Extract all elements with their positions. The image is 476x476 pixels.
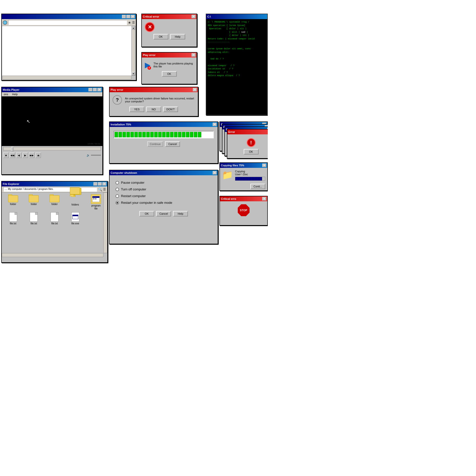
radio-safemode[interactable]	[116, 201, 119, 205]
player-seekbar[interactable]	[3, 147, 101, 150]
explorer-path[interactable]: .... My computer / documents / program f…	[3, 187, 97, 192]
explorer-item-file-1[interactable]: file.txt	[4, 212, 23, 225]
explorer-item-folders[interactable]: folders	[66, 194, 85, 210]
terminal-line-11: eiusmod tempor / ?	[208, 64, 266, 68]
player-play-button[interactable]: ▶	[23, 152, 28, 158]
critical-error-icon-row: ✕	[145, 22, 194, 32]
terminal-line-9: adipiscing elit:	[208, 51, 266, 54]
player-menu-help[interactable]: Help	[12, 93, 18, 96]
player-next-button[interactable]: ▶▶	[29, 152, 34, 158]
play-error-2-yes-button[interactable]: YES	[129, 107, 144, 112]
installation-continue-button[interactable]: Continue	[147, 141, 163, 147]
media-player-close-button[interactable]: ✕	[97, 88, 101, 91]
media-player-title: Media Player	[3, 88, 19, 91]
critical-error-close-button[interactable]: ✕	[192, 15, 196, 18]
copy-continue-button[interactable]: Conti...	[250, 184, 265, 189]
player-eject-button[interactable]: ⏏	[35, 152, 41, 158]
menu-icon[interactable]: ☰	[132, 21, 135, 24]
browser-close-button[interactable]: ✕	[131, 15, 135, 18]
explorer-item-file-2[interactable]: file.txt	[25, 212, 43, 225]
copying-close-button[interactable]: ✕	[262, 164, 266, 167]
browser-scrollbar-horizontal[interactable]	[2, 76, 131, 80]
explorer-item-folder-1[interactable]: folder	[4, 194, 23, 210]
explorer-item-exe[interactable]: file.exe	[66, 212, 85, 225]
shutdown-cancel-button[interactable]: Cancel	[156, 211, 171, 216]
shutdown-label-safemode: Restart your computer in safe mode	[121, 201, 172, 205]
copy-seg-2	[238, 177, 241, 180]
file-explorer-maximize-button[interactable]: □	[98, 182, 102, 186]
exe-label: file.exe	[71, 222, 79, 225]
player-stop-button[interactable]: ■	[3, 152, 9, 158]
play-error-2-dont-button[interactable]: DON'T	[163, 107, 178, 112]
play-error-1-close-button[interactable]: ✕	[192, 53, 196, 57]
copy-folder-icon: 📁	[222, 170, 233, 181]
shutdown-option-restart: Restart computer	[112, 193, 216, 199]
radio-turnoff[interactable]	[116, 188, 119, 191]
browser-address-bar[interactable]	[8, 20, 127, 25]
player-rewind-button[interactable]: ◀	[16, 152, 22, 158]
browser-maximize-button[interactable]: □	[126, 15, 130, 18]
error-stack-ok-button[interactable]: OK	[244, 149, 259, 154]
explorer-item-folder-3[interactable]: folder	[45, 194, 64, 210]
terminal-line-14: dolore magna aliqua / ?	[208, 74, 266, 78]
search-icon[interactable]: 🔍	[98, 187, 102, 191]
play-error-2-no-button[interactable]: NO	[146, 107, 161, 112]
radio-pause[interactable]	[116, 181, 119, 184]
player-time: 10:08 / 54:31	[87, 143, 100, 145]
terminal-line-2: REG operation { lorem Ipsum}	[208, 24, 266, 28]
volume-slider[interactable]	[91, 155, 101, 156]
terminal-sed: sed	[241, 31, 245, 33]
browser-minimize-button[interactable]: _	[122, 15, 126, 18]
shutdown-ok-button[interactable]: OK	[139, 211, 154, 216]
critical-stop-close[interactable]: ✕	[262, 197, 266, 201]
play-error-1-body: ▶ ✕ The player has problems playing this…	[142, 58, 197, 80]
scroll-down-arrow[interactable]: ▼	[132, 72, 135, 75]
file-explorer-window: File Explorer _ □ ✕ .... My computer / d…	[1, 181, 108, 263]
player-volume: 🔊	[87, 154, 101, 157]
installation-close-button[interactable]: ✕	[213, 123, 217, 126]
terminal-line-13: labore et / ?	[208, 71, 266, 74]
file-explorer-minimize-button[interactable]: _	[93, 182, 97, 186]
play-error-1-ok-button[interactable]: OK	[162, 71, 177, 77]
radio-restart[interactable]	[116, 194, 119, 198]
play-error-1-icon-row: ▶ ✕ The player has problems playing this…	[145, 60, 194, 69]
browser-scrollbar-vertical[interactable]: ▲ ▼	[131, 26, 135, 76]
player-prev-button[interactable]: ◀◀	[10, 152, 15, 158]
shutdown-option-safemode: Restart your computer in safe mode	[112, 199, 216, 206]
file-explorer-close-button[interactable]: ✕	[102, 182, 106, 186]
progress-seg-8	[142, 132, 146, 137]
progress-seg-17	[178, 132, 181, 137]
critical-error-ok-button[interactable]: OK	[153, 34, 168, 39]
shutdown-close-button[interactable]: ✕	[213, 171, 217, 175]
media-player-minimize-button[interactable]: _	[89, 88, 92, 91]
error-stack-main-window: Error ✕ ! OK	[227, 129, 268, 159]
progress-seg-1	[115, 132, 118, 137]
media-player-maximize-button[interactable]: □	[93, 88, 97, 91]
volume-icon: 🔊	[87, 154, 90, 157]
critical-error-help-button[interactable]: Help	[170, 34, 185, 39]
shutdown-help-button[interactable]: Help	[173, 211, 188, 216]
player-seekbar-thumb[interactable]	[11, 147, 14, 151]
play-error-2-close-button[interactable]: ✕	[193, 88, 197, 91]
terminal-body: c: \ PROGRAMS \ system32 >reg / REG oper…	[206, 19, 267, 79]
progress-seg-12	[158, 132, 162, 137]
explorer-item-folder-2[interactable]: folder	[25, 194, 43, 210]
explorer-menu-icon[interactable]: ☰	[103, 188, 106, 191]
explorer-item-program[interactable]: programfile	[87, 194, 105, 210]
explorer-scrollbar-h[interactable]	[2, 253, 103, 257]
bookmark-icon[interactable]: ★	[128, 21, 131, 25]
explorer-scrollbar-v[interactable]	[103, 192, 107, 253]
progress-seg-19	[186, 132, 189, 137]
copying-title: Copying files 75%	[221, 164, 244, 167]
critical-error-titlebar: Critical error ✕	[142, 14, 197, 19]
scroll-up-arrow[interactable]: ▲	[132, 26, 135, 30]
stop-sign-icon: STOP	[238, 204, 250, 216]
exe-icon	[71, 212, 79, 222]
copy-seg-1	[235, 177, 238, 180]
play-error-1-titlebar: Play error ✕	[142, 53, 197, 58]
installation-cancel-button[interactable]: Cancel	[165, 141, 180, 147]
terminal-line-6: Return Code: ( eiusmod tempor incid	[208, 37, 266, 41]
explorer-item-file-3[interactable]: file.txt	[45, 212, 64, 225]
play-error-2-buttons: YES NO DON'T	[113, 107, 195, 112]
player-menu-ons[interactable]: ons	[4, 93, 8, 96]
